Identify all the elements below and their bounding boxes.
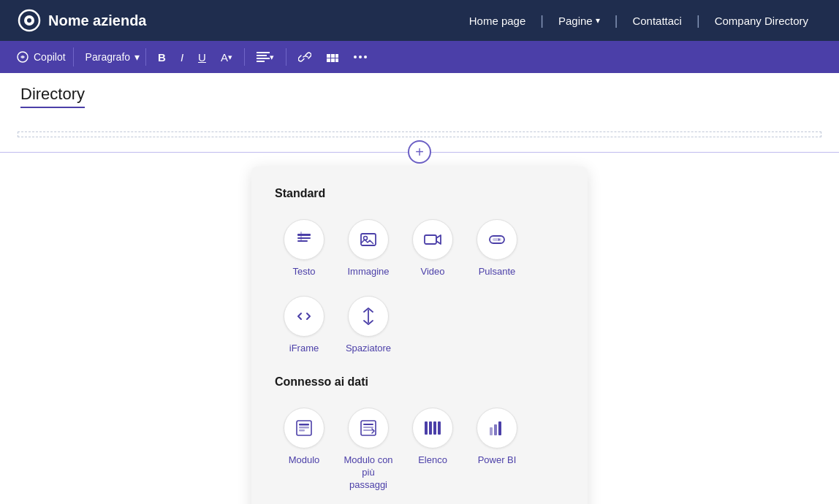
standard-section-title: Standard [275,187,564,200]
modulo-icon [295,419,314,438]
immagine-icon [359,230,378,249]
underline-button[interactable]: U [192,48,212,66]
table-icon [326,50,339,64]
toolbar-divider-2 [286,48,286,66]
popup-item-iframe[interactable]: iFrame [275,290,333,361]
more-icon [354,55,367,59]
popup-item-video[interactable]: Video [403,213,462,284]
svg-rect-34 [363,429,373,431]
video-icon [423,230,442,249]
header: Nome azienda Home page | Pagine ▾ | Cont… [0,0,839,41]
add-block-button[interactable]: + [408,140,431,164]
powerbi-label: Power BI [478,454,517,467]
nav-item-homepage[interactable]: Home page [456,15,539,27]
video-label: Video [420,266,444,278]
copilot-button[interactable]: Copilot [9,47,74,66]
modulo-multi-icon [359,419,378,438]
logo-icon [18,9,41,32]
iframe-label: iFrame [289,343,319,355]
align-button[interactable]: ▾ [251,49,280,65]
svg-point-15 [359,56,362,58]
svg-rect-39 [490,427,493,435]
elenco-label: Elenco [418,454,447,467]
content-area: Directory [0,73,839,131]
nav-item-contattaci[interactable]: Contattaci [619,15,695,27]
font-color-chevron-icon: ▾ [228,53,232,62]
data-section-title: Connesso ai dati [275,375,564,389]
powerbi-icon-wrapper [477,408,517,448]
align-icon [257,52,270,62]
link-icon [298,50,311,64]
nav-sep-1: | [539,13,545,28]
popup-item-modulo-multi[interactable]: Modulo con più passaggi [339,402,398,497]
font-color-button[interactable]: A ▾ [215,48,238,66]
svg-rect-25 [493,238,501,241]
align-chevron-icon: ▾ [270,53,274,62]
immagine-icon-wrapper [348,219,389,260]
svg-rect-20 [300,232,302,242]
svg-rect-29 [299,427,309,429]
page-title: Directory [20,85,85,108]
spaziatore-icon-wrapper [348,296,389,337]
editor-toolbar: Copilot Paragrafo ▾ B I U A ▾ ▾ [0,41,839,73]
svg-point-2 [27,18,31,23]
nav-sep-3: | [695,13,702,28]
iframe-icon [295,307,314,326]
company-logo[interactable]: Nome azienda [18,9,146,32]
modulo-label: Modulo [289,454,320,467]
testo-icon [295,230,314,249]
link-button[interactable] [292,47,317,66]
svg-rect-18 [297,237,311,239]
popup-item-pulsante[interactable]: Pulsante [468,213,526,284]
svg-rect-11 [327,58,330,62]
nav-item-pagine[interactable]: Pagine ▾ [545,15,613,27]
add-block-row: + [0,140,839,164]
svg-rect-13 [335,58,338,62]
nav-item-directory[interactable]: Company Directory [702,15,821,27]
svg-rect-28 [299,424,309,426]
popup-item-testo[interactable]: Testo [275,213,333,284]
popup-item-elenco[interactable]: Elenco [403,402,462,497]
svg-rect-7 [257,61,265,62]
svg-rect-32 [363,424,373,425]
svg-rect-23 [425,235,436,244]
nav-sep-2: | [613,13,620,28]
toolbar-divider-1 [244,48,245,66]
popup-item-modulo[interactable]: Modulo [275,402,333,497]
bold-button[interactable]: B [152,48,172,66]
svg-rect-19 [297,240,308,242]
iframe-icon-wrapper [284,296,324,337]
svg-rect-41 [498,421,501,435]
svg-rect-17 [297,234,311,236]
svg-rect-4 [257,52,270,53]
testo-icon-wrapper [284,219,324,260]
modulo-multi-icon-wrapper [348,408,389,448]
popup-container: Standard Testo [251,167,588,504]
svg-rect-38 [438,421,441,435]
main-nav: Home page | Pagine ▾ | Contattaci | Comp… [456,13,821,28]
block-picker-popup: Standard Testo [0,167,839,504]
svg-point-14 [354,56,357,58]
powerbi-icon [487,419,506,438]
modulo-icon-wrapper [284,408,324,448]
svg-rect-33 [363,427,373,428]
pulsante-label: Pulsante [479,266,516,278]
standard-grid: Testo Immagine [275,213,564,361]
video-icon-wrapper [412,219,453,260]
copilot-icon [16,50,29,64]
svg-rect-36 [429,421,432,435]
popup-item-spaziatore[interactable]: Spaziatore [339,290,398,361]
table-button[interactable] [320,47,345,66]
more-options-button[interactable] [348,52,373,62]
pulsante-icon [487,230,506,249]
svg-point-16 [364,56,367,58]
pulsante-icon-wrapper [477,219,517,260]
popup-item-immagine[interactable]: Immagine [339,213,398,284]
svg-rect-8 [327,54,330,58]
immagine-label: Immagine [347,266,389,278]
elenco-icon [423,419,442,438]
elenco-icon-wrapper [412,408,453,448]
popup-item-powerbi[interactable]: Power BI [468,402,526,497]
format-select[interactable]: Paragrafo ▾ [80,48,146,66]
italic-button[interactable]: I [175,48,189,66]
